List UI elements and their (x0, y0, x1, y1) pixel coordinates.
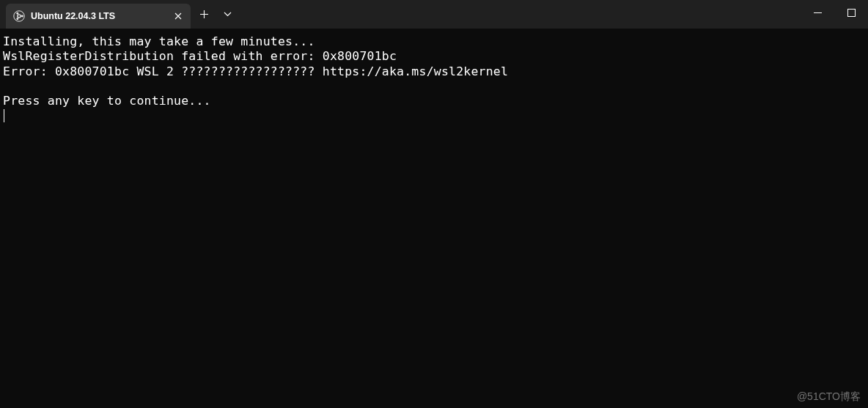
terminal-output[interactable]: Installing, this may take a few minutes.… (0, 29, 868, 130)
titlebar-actions (192, 0, 239, 29)
close-icon (174, 12, 182, 20)
output-line: Press any key to continue... (3, 94, 211, 108)
svg-point-2 (21, 15, 23, 18)
maximize-button[interactable] (834, 0, 868, 25)
titlebar: Ubuntu 22.04.3 LTS (0, 0, 868, 29)
ubuntu-icon (13, 10, 25, 22)
plus-icon (200, 10, 208, 18)
tab-dropdown-button[interactable] (216, 3, 239, 26)
watermark: @51CTO博客 (797, 390, 861, 404)
window-controls (801, 0, 868, 29)
tab-close-button[interactable] (172, 10, 185, 23)
svg-point-4 (16, 18, 18, 20)
svg-rect-5 (847, 9, 855, 16)
terminal-cursor (4, 109, 4, 122)
minimize-icon (814, 9, 822, 17)
new-tab-button[interactable] (192, 3, 216, 26)
output-line: Error: 0x800701bc WSL 2 ????????????????… (3, 64, 508, 78)
output-line: WslRegisterDistribution failed with erro… (3, 49, 397, 63)
maximize-icon (847, 9, 856, 17)
svg-point-3 (16, 12, 18, 15)
output-line: Installing, this may take a few minutes.… (3, 34, 315, 48)
tab-ubuntu[interactable]: Ubuntu 22.04.3 LTS (6, 4, 191, 29)
tab-title: Ubuntu 22.04.3 LTS (31, 11, 166, 21)
chevron-down-icon (224, 12, 232, 17)
minimize-button[interactable] (801, 0, 834, 25)
